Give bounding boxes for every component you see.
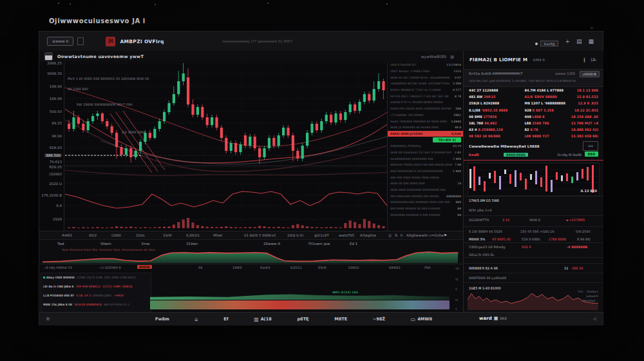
interval-tab[interactable]: FiOuwm Jaw	[308, 242, 330, 246]
quote-table[interactable]: 44C 27 112988884.7M 4186 L 97788818.1 12…	[464, 87, 603, 140]
interval-tab[interactable]: Twd	[57, 242, 64, 246]
wave-icon[interactable]: ≋	[46, 316, 50, 322]
price-axis[interactable]: 2988.259098.30198.90188.98500.9389.2598.…	[39, 62, 64, 231]
bottom-header-label-2[interactable]: ~U GOOWH 8	[99, 266, 121, 269]
interval-tab[interactable]: 319wn	[186, 242, 198, 246]
data-row[interactable]: 8888 85 887 /W88878/9w- 4/8w88888883-07	[388, 74, 464, 81]
time-tick[interactable]: wwloT85	[339, 233, 354, 237]
data-row[interactable]: 0887 8wwwL 3 98883 M8w2325	[388, 68, 464, 75]
ward-label[interactable]: ward ▦ 8K8	[479, 316, 507, 321]
data-column[interactable]: 08l8 878w88878T121238180887 8wwwL 3 9888…	[387, 62, 464, 239]
expand-icon[interactable]: ▫▫	[583, 141, 598, 151]
chart-type-icon[interactable]	[44, 52, 53, 61]
add-icon[interactable]: +	[565, 38, 570, 44]
sell-label[interactable]: kxuD	[469, 153, 479, 157]
buy-row[interactable]: T8=W4 4)	[388, 137, 464, 143]
time-tick[interactable]: A3wg8/w	[360, 233, 376, 237]
data-row[interactable]: 'w8888888 88788) 8w88 -8/8788879(8w3 088	[388, 81, 464, 87]
clock-icon[interactable]: ◷	[388, 233, 392, 237]
bottom-header-label[interactable]: ~8-tWy HWAId 03	[43, 266, 72, 269]
time-tick[interactable]: 01 b8/8 5 888Kv0	[244, 233, 276, 237]
time-tick[interactable]: M9wl	[213, 233, 222, 237]
panel-filter-icon[interactable]: (A·	[591, 57, 597, 63]
status-item[interactable]: ~98Ž	[373, 317, 385, 322]
interval-tab[interactable]: 99wm	[100, 242, 111, 246]
data-row[interactable]: 888 888 8888 88888 8888 88888	[388, 174, 464, 180]
data-row[interactable]: 888 8888 888888 88 888-8-8888888	[388, 206, 464, 212]
table-row[interactable]: 8Awy OW8 WWWW11980 20/25 5/980/92 0995 5…	[43, 276, 149, 279]
refresh-icon[interactable]: ↻	[395, 233, 398, 237]
data-row[interactable]: 88878888888878 88'8)88888888881 888	[388, 168, 464, 175]
panel-settings-button[interactable]: u8888rB	[580, 71, 600, 77]
data-row[interactable]: 888 888w888 888888 888 8888888888888	[388, 193, 464, 199]
data-row[interactable]: 08l8 878w88878T12123818	[388, 62, 464, 68]
quote-row[interactable]: 44C 27 112988884.7M 4186 L 97788818.1 12…	[464, 87, 603, 93]
buy-button[interactable]: 888	[585, 151, 598, 157]
time-tick[interactable]: O888	[111, 233, 121, 237]
cards-icon[interactable]: ▤	[576, 38, 582, 44]
data-row[interactable]: 88888888 8888888 8 888 88888888	[388, 212, 464, 219]
time-tick[interactable]: 8,88/01	[186, 233, 200, 237]
close-icon[interactable]: ×	[590, 26, 594, 31]
time-tick[interactable]: 19/9l	[163, 233, 172, 237]
status-item[interactable]: Ef	[223, 317, 228, 322]
symbol-label[interactable]: AMBPZI OVFIrq	[120, 39, 164, 44]
quote-row[interactable]: 98 8M8 177858998 L888 818 258 A88 .825	[464, 113, 603, 120]
status-item[interactable]: p8TĘ	[297, 317, 308, 322]
data-row[interactable]: 8r88% M8888'8) 778% 8=7/288884 577	[388, 87, 464, 93]
data-row[interactable]: 8888 J8 8888888 48 8w888 888848.8	[388, 124, 464, 131]
panel-menu-icon[interactable]: ❙	[582, 57, 586, 63]
flag-icon[interactable]: ⚑	[444, 233, 447, 237]
hour-icon[interactable]: h	[401, 233, 403, 237]
status-item[interactable]: M8TE	[334, 317, 347, 322]
time-tick[interactable]: AAW1	[62, 233, 72, 237]
quote-row[interactable]: 8.L(88 'O852.35 8888928 8 887 3.25818.12…	[464, 107, 603, 113]
menu-button[interactable]: ≡www b	[47, 37, 73, 46]
data-row[interactable]: 8w88 7888888 P888888 88 8888 88883,8888	[388, 118, 464, 124]
interval-tab[interactable]: 3mw	[141, 242, 149, 246]
positions-table[interactable]: 8Awy OW8 WWWW11980 20/25 5/980/92 0995 5…	[41, 273, 151, 313]
time-tick[interactable]: g0(1v8T	[314, 233, 329, 237]
data-row[interactable]: w8888 878'rm 98/888 88888 88888	[388, 99, 464, 106]
quote-row[interactable]: 258(8 L 8292888M8 1207 L '98888888812.8 …	[464, 100, 603, 106]
time-axis[interactable]: AAW180/2O888100s19/9l8,88/01M9wl01 b8/8 …	[39, 231, 463, 240]
quote-row[interactable]: 18L 788 88,882L88 2588 78812 788 M27 +88	[464, 120, 603, 126]
app-logo-icon[interactable]: M	[106, 37, 115, 46]
mini-candlestick-chart[interactable]	[468, 162, 600, 196]
document-icon[interactable]	[77, 37, 84, 45]
confirm-button[interactable]: T8=W4 4)	[433, 137, 461, 142]
data-row[interactable]: 8888(88 98888 888/8788 888 88888 88887 8…	[388, 162, 464, 168]
data-row[interactable]: G888 8P8 D8080 8885 088888W8 W8988088	[388, 106, 464, 112]
status-item[interactable]: Fw8m	[155, 317, 169, 322]
data-row[interactable]: R8888888y PP8888g43.29	[388, 143, 464, 150]
table-row[interactable]: LL/8 POG8W8 WW 8Y0.18, UY 3WWW8 JW82+992…	[43, 294, 149, 297]
data-row[interactable]: 8888 88 8w8/8w8)/78 5882 8 888888 8892.8…	[388, 150, 464, 156]
data-row[interactable]: P878'8 M87) 1888(8727 8/8 887 887 888 78	[388, 93, 464, 99]
time-tick[interactable]: 18/d 0-0)	[287, 233, 303, 237]
candles-icon[interactable]: ▨	[450, 54, 454, 59]
timezone-label[interactable]: A8g8www8r u=0v8w	[406, 233, 444, 237]
interval-tab[interactable]: 28www A	[263, 242, 280, 246]
status-item[interactable]: ⌂	[194, 317, 198, 322]
data-row[interactable]: 8w888888888 88888888 8887 888	[388, 155, 464, 162]
data-row[interactable]: 8888 8888 88888888 888888888 888	[388, 187, 464, 193]
data-row[interactable]: 8888 88 888 8888()88818	[388, 180, 464, 187]
data-row[interactable]: 888888888w888 8888888 8888 888 888888	[388, 199, 464, 206]
layout-toggle[interactable]: kavtg	[540, 41, 559, 46]
table-row[interactable]: L8I 8w In O88 J88w 8709 998 $9W01237/71)…	[43, 285, 149, 288]
chart-header-right-label[interactable]: wywWw8085	[421, 54, 446, 59]
quote-row[interactable]: 98 582 18 98/888L88 9888 72715.582 958 8…	[464, 133, 603, 139]
quote-row[interactable]: 481 8W 29P.15A1/8 'E8VV 8888D15.8 81.532	[464, 93, 603, 100]
status-item[interactable]: ▭4MW8	[411, 317, 432, 322]
candlestick-plot[interactable]	[65, 62, 387, 231]
quote-row[interactable]: A3 9 8.258888,12882 8.7818.888 982 918	[464, 126, 603, 133]
interval-tab[interactable]: Ed 1	[350, 242, 357, 246]
time-tick[interactable]: 80/2	[89, 233, 97, 237]
status-item[interactable]: ▥A(18	[254, 317, 272, 322]
time-tick[interactable]: 100s	[136, 233, 144, 237]
grid-icon[interactable]: ▦	[588, 38, 594, 44]
price-alert-row[interactable]: 8888) 8888 p(28)884,5w8	[388, 131, 464, 137]
data-row[interactable]: (77w88888 788 888880882	[388, 112, 464, 119]
table-row[interactable]: M8W 256 J88w 8 IW58 8/28 $9W8082E8W 0/9 …	[43, 303, 149, 306]
status-right-mark[interactable]: ·-8	[591, 317, 596, 321]
